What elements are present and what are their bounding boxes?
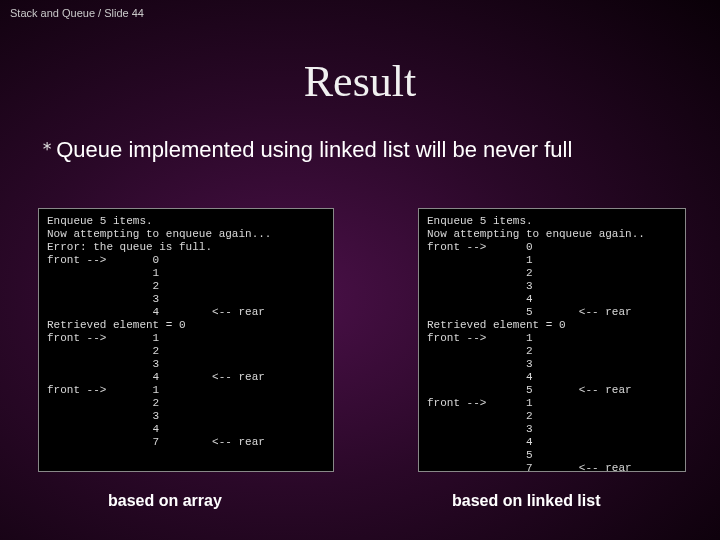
bullet-line: *Queue implemented using linked list wil… — [42, 136, 680, 165]
output-panel-linked-list: Enqueue 5 items. Now attempting to enque… — [418, 208, 686, 472]
slide-title: Result — [0, 56, 720, 107]
asterisk-icon: * — [42, 139, 52, 159]
bullet-text: Queue implemented using linked list will… — [56, 137, 572, 162]
caption-linked-list: based on linked list — [452, 492, 600, 510]
output-panel-array: Enqueue 5 items. Now attempting to enque… — [38, 208, 334, 472]
caption-array: based on array — [108, 492, 222, 510]
breadcrumb: Stack and Queue / Slide 44 — [10, 7, 144, 19]
